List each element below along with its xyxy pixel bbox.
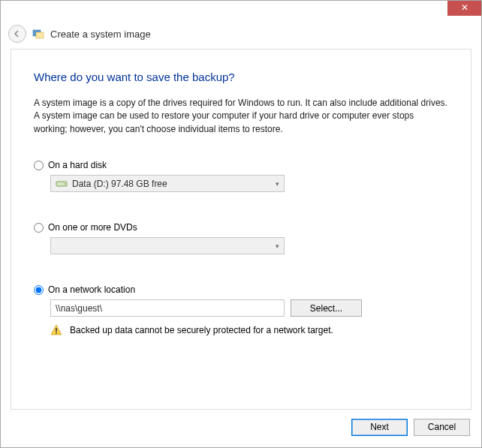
back-arrow-icon (13, 29, 22, 38)
radio-network-row[interactable]: On a network location (34, 284, 448, 295)
page-heading: Where do you want to save the backup? (34, 71, 448, 83)
network-warning: Backed up data cannot be securely protec… (50, 324, 448, 336)
warning-icon (50, 324, 62, 336)
radio-network[interactable] (34, 285, 44, 295)
system-image-icon (32, 28, 44, 40)
svg-rect-5 (56, 332, 57, 334)
network-warning-text: Backed up data cannot be securely protec… (70, 325, 333, 335)
network-path-input[interactable]: \\nas\guest\ (50, 299, 285, 317)
footer: Next Cancel (11, 414, 471, 440)
radio-hard-disk[interactable] (34, 161, 44, 170)
radio-dvds[interactable] (34, 223, 44, 233)
drive-icon (56, 179, 68, 188)
svg-rect-2 (56, 182, 67, 186)
next-button[interactable]: Next (351, 419, 408, 436)
close-button[interactable]: ✕ (447, 1, 481, 16)
hard-disk-selected: Data (D:) 97.48 GB free (72, 179, 167, 189)
svg-point-3 (64, 183, 65, 185)
wizard-title: Create a system image (50, 29, 151, 40)
cancel-button[interactable]: Cancel (414, 419, 470, 436)
radio-hard-disk-label: On a hard disk (48, 160, 107, 170)
dvds-dropdown[interactable]: ▾ (50, 237, 285, 254)
back-button[interactable] (8, 25, 26, 43)
wizard-header: Create a system image (1, 22, 481, 46)
content-panel: Where do you want to save the backup? A … (11, 49, 471, 410)
svg-rect-4 (56, 328, 57, 332)
svg-rect-1 (36, 32, 44, 38)
option-hard-disk: On a hard disk Data (D:) 97.48 GB free ▾ (34, 160, 448, 192)
option-network: On a network location \\nas\guest\ Selec… (34, 284, 448, 336)
titlebar: ✕ (1, 1, 481, 22)
radio-dvds-row[interactable]: On one or more DVDs (34, 222, 448, 233)
radio-dvds-label: On one or more DVDs (48, 222, 137, 233)
radio-network-label: On a network location (48, 284, 135, 295)
select-button[interactable]: Select... (291, 299, 362, 317)
page-description: A system image is a copy of the drives r… (34, 97, 448, 136)
chevron-down-icon: ▾ (276, 180, 279, 188)
radio-hard-disk-row[interactable]: On a hard disk (34, 160, 448, 170)
network-path-value: \\nas\guest\ (56, 303, 102, 314)
hard-disk-dropdown[interactable]: Data (D:) 97.48 GB free ▾ (50, 175, 285, 192)
option-dvds: On one or more DVDs ▾ (34, 222, 448, 254)
chevron-down-icon: ▾ (276, 242, 279, 250)
